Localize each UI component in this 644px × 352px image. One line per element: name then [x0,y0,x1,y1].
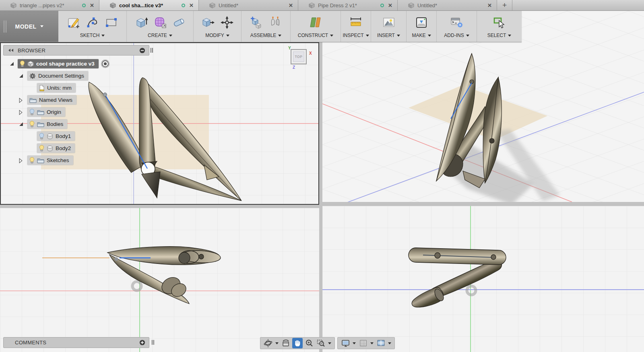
orbit-dropdown-icon[interactable] [275,342,279,344]
document-tab-active[interactable]: cool sha...tice v3* ✕ [99,0,199,10]
tree-expander[interactable] [10,62,14,66]
tree-expander[interactable] [19,122,23,126]
close-tab-icon[interactable]: ✕ [487,2,493,8]
3d-print-icon[interactable] [415,16,428,29]
create-sketch-icon[interactable] [67,16,80,29]
new-component-icon[interactable] [250,16,263,29]
add-comment-icon[interactable] [139,340,145,346]
look-at-icon[interactable] [281,338,291,348]
visibility-bulb-icon[interactable] [29,121,35,128]
tree-item-sketches[interactable]: Sketches [27,156,73,165]
sketch-menu[interactable]: SKETCH [80,33,105,38]
document-tab[interactable]: triangle ...pipes v2* ✕ [0,0,99,10]
visibility-bulb-off-icon[interactable] [29,109,35,115]
viewport-bottom-left[interactable] [0,208,319,352]
tree-item-named-views[interactable]: Named Views [27,95,76,105]
viewports-dropdown-icon[interactable] [388,342,391,344]
close-tab-icon[interactable]: ✕ [387,2,393,8]
sketch-point[interactable] [103,93,107,97]
rectangle-icon[interactable] [105,16,118,29]
pipe-icon[interactable] [172,16,186,29]
tree-item-origin[interactable]: Origin [27,107,65,117]
folder-icon [37,158,44,163]
document-tab[interactable]: Untitled* ✕ [398,0,497,10]
display-dropdown-icon[interactable] [353,342,356,344]
select-cursor-icon[interactable] [493,16,506,29]
chevron-down-icon [397,35,400,37]
tree-item-root-component[interactable]: cool shape practice v3 [18,59,109,68]
units-document-icon [39,85,45,91]
measure-icon[interactable] [349,16,363,29]
orbit-icon[interactable] [263,338,273,348]
close-tab-icon[interactable]: ✕ [188,2,194,8]
workspace-switcher-button[interactable]: MODEL [0,11,58,42]
spline-icon[interactable] [86,16,99,29]
zoom-icon[interactable] [304,338,314,348]
extrude-icon[interactable] [134,16,148,29]
tree-item-body2[interactable]: Body2 [37,144,75,153]
document-tab[interactable]: Untitled* ✕ [199,0,298,10]
viewcube[interactable]: Y TOP X Z [283,45,318,71]
document-tab[interactable]: Pipe Dress 2 v1* ✕ [298,0,398,10]
document-icon [408,2,414,8]
comments-bar[interactable]: COMMENTS [3,337,149,348]
move-icon[interactable] [220,16,234,29]
tree-expander[interactable] [19,110,23,115]
tree-item-units[interactable]: Units: mm [37,83,76,93]
viewport-bottom-right-canvas[interactable] [322,206,644,352]
close-tab-icon[interactable]: ✕ [89,2,95,8]
visibility-bulb-icon[interactable] [20,60,25,67]
select-menu[interactable]: SELECT [487,33,512,38]
grid-dropdown-icon[interactable] [370,342,374,344]
viewport-bottom-left-canvas[interactable] [0,208,319,352]
close-tab-icon[interactable]: ✕ [288,2,294,8]
addins-menu[interactable]: ADD-INS [444,33,469,38]
window-zoom-icon[interactable] [316,338,326,348]
grid-lines [0,208,319,352]
toolbar-grip[interactable] [4,21,6,33]
tree-item-body1[interactable]: Body1 [37,132,75,141]
sketch-point[interactable] [115,257,118,261]
scripts-addins-icon[interactable] [450,16,464,29]
tree-item-bodies[interactable]: Bodies [27,119,67,129]
toolbar-group-sketch: SKETCH [58,11,127,42]
insert-menu[interactable]: INSERT [377,33,400,38]
press-pull-icon[interactable] [201,16,215,29]
insert-image-icon[interactable] [382,16,396,29]
tree-item-document-settings[interactable]: Document Settings [27,71,88,80]
grid-settings-icon[interactable] [358,338,368,348]
viewport-bottom-right[interactable] [322,206,644,352]
assemble-menu[interactable]: ASSEMBLE [250,33,282,38]
chevron-down-icon [40,25,43,27]
modify-menu[interactable]: MODIFY [205,33,229,38]
comments-bar-grip[interactable] [152,340,154,345]
viewcube-top-face[interactable]: TOP [291,49,307,64]
visibility-bulb-off-icon[interactable] [39,133,44,140]
inspect-menu[interactable]: INSPECT [343,33,369,38]
active-component-radio[interactable] [101,60,109,68]
collapse-panel-icon[interactable] [8,48,14,52]
form-icon[interactable] [153,16,167,29]
visibility-bulb-icon[interactable] [29,157,35,164]
zoom-dropdown-icon[interactable] [328,342,331,344]
tree-expander[interactable] [19,74,23,78]
joint-icon[interactable] [268,16,282,29]
make-menu[interactable]: MAKE [412,33,431,38]
comments-title: COMMENTS [15,340,46,346]
display-settings-icon[interactable] [340,338,351,348]
pan-icon[interactable] [292,338,303,348]
remove-panel-icon[interactable] [139,47,145,54]
document-tab-bar: triangle ...pipes v2* ✕ cool sha...tice … [0,0,644,11]
construct-menu[interactable]: CONSTRUCT [298,33,333,38]
create-menu[interactable]: CREATE [148,33,172,38]
viewports-icon[interactable] [376,338,386,348]
construction-plane-icon[interactable] [309,16,322,29]
sync-status-icon [182,4,185,7]
new-document-button[interactable]: + [497,0,512,10]
tree-expander[interactable] [19,158,23,163]
tree-expander[interactable] [19,98,23,103]
toolbar-group-modify: MODIFY [194,11,242,42]
visibility-bulb-icon[interactable] [39,145,44,152]
browser-panel-grip[interactable] [151,48,153,53]
browser-panel-header[interactable]: BROWSER [3,45,149,56]
